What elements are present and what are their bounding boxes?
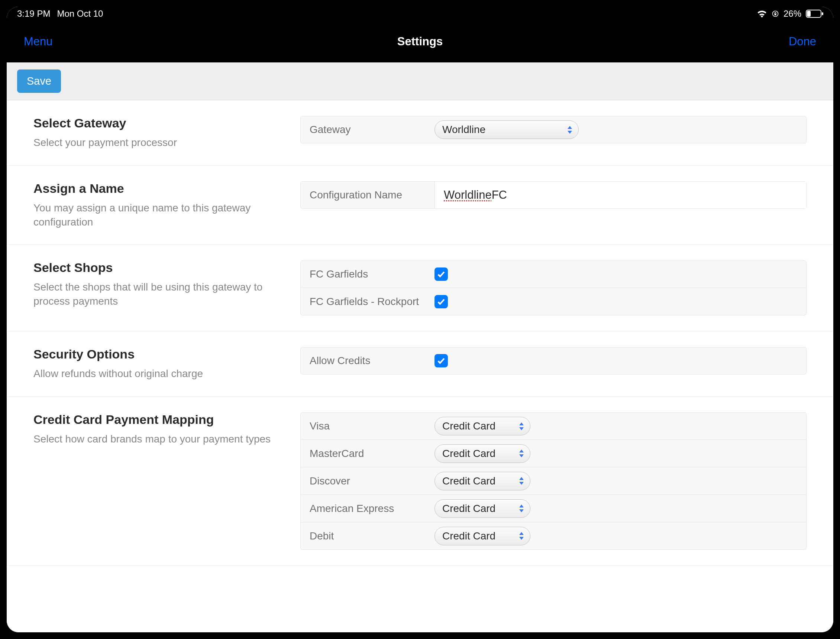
section-gateway: Select Gateway Select your payment proce… [7, 100, 833, 166]
chevron-updown-icon [518, 477, 525, 485]
section-mapping: Credit Card Payment Mapping Select how c… [7, 397, 833, 566]
mapping-control: Credit Card [434, 499, 806, 518]
mapping-control: Credit Card [434, 472, 806, 490]
allow-credits-checkbox[interactable] [434, 354, 448, 367]
mapping-select-value: Credit Card [442, 475, 495, 487]
page-title: Settings [397, 35, 443, 48]
mapping-row: MasterCard Credit Card [300, 440, 807, 467]
mapping-select-value: Credit Card [442, 448, 495, 459]
battery-icon [806, 10, 824, 18]
section-security: Security Options Allow refunds without o… [7, 331, 833, 397]
mapping-label: American Express [301, 503, 434, 515]
gateway-control: Worldline [434, 120, 806, 139]
mapping-label: MasterCard [301, 448, 434, 459]
mapping-select-debit[interactable]: Credit Card [434, 527, 530, 545]
chevron-updown-icon [518, 423, 525, 430]
svg-rect-4 [822, 12, 823, 15]
section-security-body: Allow Credits [300, 347, 833, 381]
allow-credits-row: Allow Credits [300, 347, 807, 375]
status-left: 3:19 PM Mon Oct 10 [17, 8, 103, 19]
mapping-row: American Express Credit Card [300, 495, 807, 522]
section-security-title: Security Options [33, 347, 287, 361]
allow-credits-control [434, 354, 806, 367]
section-gateway-header: Select Gateway Select your payment proce… [7, 116, 300, 150]
shop-row: FC Garfields - Rockport [300, 288, 807, 315]
section-name: Assign a Name You may assign a unique na… [7, 166, 833, 245]
config-name-label: Configuration Name [301, 189, 434, 201]
svg-rect-3 [807, 11, 811, 17]
gateway-select-value: Worldline [442, 124, 485, 136]
mapping-row: Visa Credit Card [300, 412, 807, 440]
mapping-select-mastercard[interactable]: Credit Card [434, 444, 530, 463]
chevron-updown-icon [518, 450, 525, 457]
chevron-updown-icon [518, 504, 525, 512]
mapping-select-value: Credit Card [442, 420, 495, 432]
gateway-select[interactable]: Worldline [434, 120, 579, 139]
section-mapping-desc: Select how card brands map to your payme… [33, 432, 287, 446]
section-shops-body: FC Garfields FC Garfields - Rockport [300, 261, 833, 315]
mapping-select-amex[interactable]: Credit Card [434, 499, 530, 518]
mapping-select-discover[interactable]: Credit Card [434, 472, 530, 490]
section-name-header: Assign a Name You may assign a unique na… [7, 181, 300, 229]
section-mapping-body: Visa Credit Card Maste [300, 412, 833, 550]
wifi-icon [757, 10, 767, 18]
shop-row: FC Garfields [300, 261, 807, 288]
section-name-desc: You may assign a unique name to this gat… [33, 201, 287, 229]
status-time: 3:19 PM [17, 8, 50, 19]
section-gateway-desc: Select your payment processor [33, 136, 287, 150]
status-date: Mon Oct 10 [57, 8, 103, 19]
section-security-header: Security Options Allow refunds without o… [7, 347, 300, 381]
mapping-row: Debit Credit Card [300, 522, 807, 550]
chevron-updown-icon [518, 532, 525, 540]
mapping-control: Credit Card [434, 444, 806, 463]
chevron-updown-icon [566, 126, 573, 134]
config-name-row: Configuration Name Worldline FC [300, 181, 807, 209]
section-shops-desc: Select the shops that will be using this… [33, 280, 287, 308]
config-name-value-word: Worldline [444, 188, 492, 202]
shop-label: FC Garfields - Rockport [301, 296, 434, 308]
mapping-label: Debit [301, 530, 434, 542]
nav-bar: Menu Settings Done [7, 21, 833, 62]
battery-percent: 26% [783, 8, 801, 19]
rotation-lock-icon [772, 10, 779, 17]
mapping-select-value: Credit Card [442, 530, 495, 542]
menu-button[interactable]: Menu [24, 35, 53, 48]
section-shops: Select Shops Select the shops that will … [7, 245, 833, 331]
status-bar: 3:19 PM Mon Oct 10 26% [7, 7, 833, 21]
config-name-input[interactable]: Worldline FC [434, 182, 806, 208]
mapping-label: Discover [301, 475, 434, 487]
screen: 3:19 PM Mon Oct 10 26% Menu Settings Don… [7, 7, 833, 632]
section-name-body: Configuration Name Worldline FC [300, 181, 833, 229]
gateway-row: Gateway Worldline [300, 116, 807, 143]
section-shops-title: Select Shops [33, 261, 287, 275]
section-name-title: Assign a Name [33, 181, 287, 196]
shop-checkbox[interactable] [434, 295, 448, 308]
shop-control [434, 295, 806, 308]
gateway-label: Gateway [301, 124, 434, 136]
section-gateway-body: Gateway Worldline [300, 116, 833, 150]
device-frame: 3:19 PM Mon Oct 10 26% Menu Settings Don… [0, 0, 840, 639]
toolbar: Save [7, 62, 833, 100]
svg-rect-1 [774, 14, 776, 15]
status-right: 26% [757, 8, 824, 19]
shop-checkbox[interactable] [434, 267, 448, 281]
mapping-control: Credit Card [434, 417, 806, 436]
mapping-select-visa[interactable]: Credit Card [434, 417, 530, 436]
mapping-row: Discover Credit Card [300, 467, 807, 495]
save-button[interactable]: Save [17, 70, 61, 93]
mapping-label: Visa [301, 420, 434, 432]
content-area[interactable]: Select Gateway Select your payment proce… [7, 100, 833, 632]
section-security-desc: Allow refunds without original charge [33, 367, 287, 381]
config-name-value-rest: FC [492, 188, 507, 202]
shop-label: FC Garfields [301, 268, 434, 280]
section-gateway-title: Select Gateway [33, 116, 287, 130]
section-shops-header: Select Shops Select the shops that will … [7, 261, 300, 315]
mapping-select-value: Credit Card [442, 503, 495, 515]
section-mapping-title: Credit Card Payment Mapping [33, 412, 287, 427]
shop-control [434, 267, 806, 281]
section-mapping-header: Credit Card Payment Mapping Select how c… [7, 412, 300, 550]
mapping-control: Credit Card [434, 527, 806, 545]
done-button[interactable]: Done [789, 35, 816, 48]
allow-credits-label: Allow Credits [301, 355, 434, 367]
